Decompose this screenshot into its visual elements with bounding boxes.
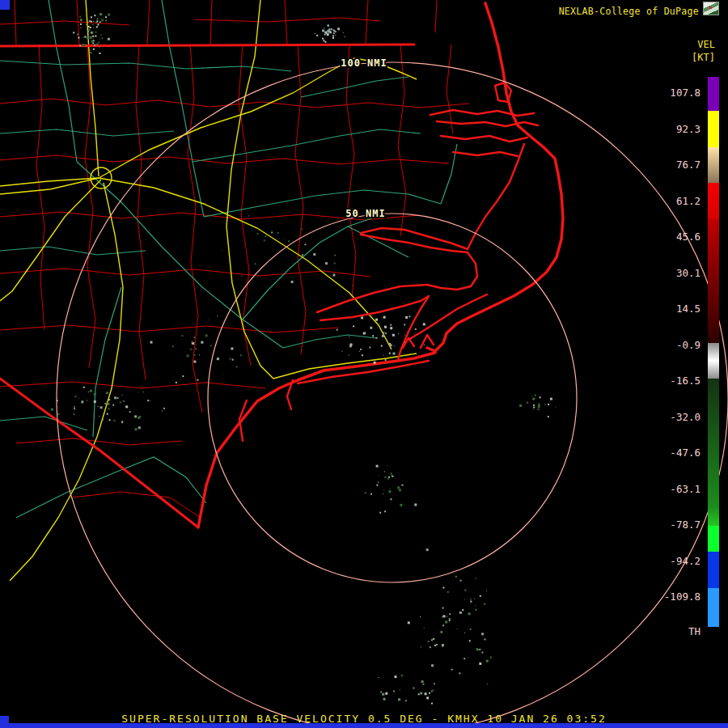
colorbar-threshold-label: TH [649,625,700,637]
colorbar-tick: -63.1 [649,484,700,495]
colorbar-tick: -16.5 [649,375,700,387]
colorbar-tick: 107.8 [649,87,700,99]
colorbar-tick: -109.8 [649,591,700,603]
colorbar-title: VEL [697,39,715,50]
colorbar-tick: 76.7 [649,159,700,171]
colorbar-units: [KT] [692,52,715,63]
nexlab-logo-icon [704,2,718,15]
radar-map: 100 NMI 50 NMI [0,0,728,728]
radar-screen: 100 NMI 50 NMI NEXLAB-College of DuPage … [0,0,728,728]
site-header-title: NEXLAB-College of DuPage [559,6,699,17]
range-ring-label-50: 50 NMI [345,208,385,219]
colorbar-tick: -32.0 [649,412,700,423]
colorbar-tick: -78.7 [649,519,700,531]
colorbar-tick: 45.6 [649,231,700,243]
range-ring-label-100: 100 NMI [341,57,387,69]
bottom-frame-strip [0,723,728,728]
secondary-roads-layer [0,0,457,518]
colorbar-tick: 92.3 [649,124,700,135]
logo-dot [709,6,712,9]
range-ring-100nmi [57,62,728,728]
radar-echoes-layer [51,13,557,705]
colorbar-tick: 30.1 [649,268,700,279]
highways-layer [0,0,417,581]
colorbar-tick: -47.6 [649,447,700,459]
range-rings-layer [57,62,728,728]
top-left-frame-mark [0,0,10,10]
bottom-left-frame-mark [0,716,9,728]
colorbar-tick: -0.9 [649,340,700,351]
colorbar-tick: 61.2 [649,196,700,207]
colorbar-tick: 14.5 [649,303,700,315]
colorbar-tick: -94.2 [649,556,700,567]
coastline-layer [198,3,563,527]
velocity-colorbar [708,77,719,627]
